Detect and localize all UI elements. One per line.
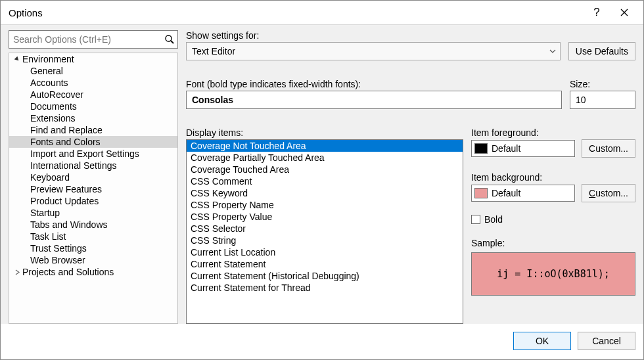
bold-checkbox[interactable] [471, 215, 480, 224]
list-item[interactable]: Current Statement [187, 258, 463, 270]
size-value: 10 [576, 95, 586, 105]
list-item[interactable]: CSS Comment [187, 175, 463, 187]
list-item[interactable]: Current List Location [187, 246, 463, 258]
background-value: Default [492, 188, 520, 198]
dialog-footer: OK Cancel [1, 324, 643, 359]
tree-item[interactable]: Product Updates [9, 195, 177, 207]
background-custom-button[interactable]: Custom... [582, 184, 635, 202]
tree-item[interactable]: Task List [9, 231, 177, 242]
list-item[interactable]: CSS Property Name [187, 199, 463, 211]
tree-item-projects[interactable]: Projects and Solutions [9, 266, 177, 278]
tree-item-environment[interactable]: Environment [9, 53, 177, 65]
tree-item[interactable]: Web Browser [9, 254, 177, 266]
list-item[interactable]: Coverage Not Touched Area [187, 140, 463, 152]
tree-item[interactable]: Fonts and Colors [9, 136, 177, 148]
search-input[interactable] [9, 34, 162, 45]
tree-item[interactable]: Startup [9, 207, 177, 219]
foreground-swatch [474, 143, 488, 154]
show-settings-value: Text Editor [192, 46, 235, 56]
tree-item[interactable]: Extensions [9, 112, 177, 124]
tree-item[interactable]: Import and Export Settings [9, 148, 177, 160]
tree-item[interactable]: Tabs and Windows [9, 219, 177, 231]
list-item[interactable]: Current Statement for Thread [187, 282, 463, 294]
sample-preview: ij = I::oO(0xB81l); [471, 252, 635, 296]
tree-item[interactable]: Preview Features [9, 183, 177, 195]
use-defaults-button[interactable]: Use Defaults [568, 42, 635, 60]
tree-item[interactable]: International Settings [9, 160, 177, 171]
ok-button[interactable]: OK [513, 332, 571, 350]
help-button[interactable]: ? [583, 3, 610, 22]
list-item[interactable]: Coverage Partially Touched Area [187, 152, 463, 164]
tree-item[interactable]: Keyboard [9, 171, 177, 183]
search-input-wrap[interactable] [9, 30, 178, 49]
tree-item[interactable]: AutoRecover [9, 89, 177, 101]
tree-item[interactable]: General [9, 65, 177, 77]
list-item[interactable]: Coverage Touched Area [187, 164, 463, 175]
show-settings-select[interactable]: Text Editor [186, 42, 561, 60]
font-value: Consolas [192, 95, 233, 105]
list-item[interactable]: CSS Keyword [187, 187, 463, 199]
close-button[interactable] [610, 3, 638, 22]
list-item[interactable]: CSS Property Value [187, 211, 463, 223]
svg-line-3 [171, 41, 173, 43]
display-items-listbox[interactable]: Coverage Not Touched AreaCoverage Partia… [186, 139, 463, 324]
titlebar: Options ? [1, 1, 643, 24]
bold-checkbox-row[interactable]: Bold [471, 214, 635, 225]
cancel-button[interactable]: Cancel [578, 332, 635, 350]
list-item[interactable]: CSS Selector [187, 223, 463, 235]
item-foreground-label: Item foreground: [471, 127, 635, 138]
font-select[interactable]: Consolas [186, 91, 562, 109]
item-background-label: Item background: [471, 172, 635, 183]
font-label: Font (bold type indicates fixed-width fo… [186, 79, 562, 89]
list-item[interactable]: Current Statement (Historical Debugging) [187, 270, 463, 282]
chevron-down-icon [549, 46, 556, 56]
show-settings-label: Show settings for: [186, 30, 561, 41]
background-swatch [474, 188, 488, 198]
options-tree[interactable]: EnvironmentGeneralAccountsAutoRecoverDoc… [9, 53, 178, 324]
tree-item[interactable]: Documents [9, 101, 177, 112]
tree-item[interactable]: Trust Settings [9, 242, 177, 254]
dialog-body: EnvironmentGeneralAccountsAutoRecoverDoc… [1, 24, 643, 324]
foreground-value: Default [492, 143, 520, 154]
background-select[interactable]: Default [471, 185, 575, 202]
bold-label: Bold [484, 214, 503, 225]
sample-label: Sample: [471, 238, 635, 248]
close-icon [620, 9, 628, 16]
window-title: Options [9, 7, 583, 18]
foreground-custom-button[interactable]: Custom... [582, 139, 635, 158]
options-dialog: Options ? EnvironmentGeneralAccountsAuto… [0, 0, 644, 360]
tree-item[interactable]: Accounts [9, 77, 177, 89]
svg-point-2 [166, 35, 172, 41]
display-items-label: Display items: [186, 127, 463, 138]
right-panel: Show settings for: Text Editor Use Defau… [186, 30, 635, 324]
left-panel: EnvironmentGeneralAccountsAutoRecoverDoc… [9, 30, 178, 324]
tree-item[interactable]: Find and Replace [9, 124, 177, 136]
size-select[interactable]: 10 [570, 91, 635, 109]
size-label: Size: [570, 79, 635, 89]
list-item[interactable]: CSS String [187, 235, 463, 246]
search-icon [162, 34, 177, 45]
foreground-select[interactable]: Default [471, 140, 575, 157]
